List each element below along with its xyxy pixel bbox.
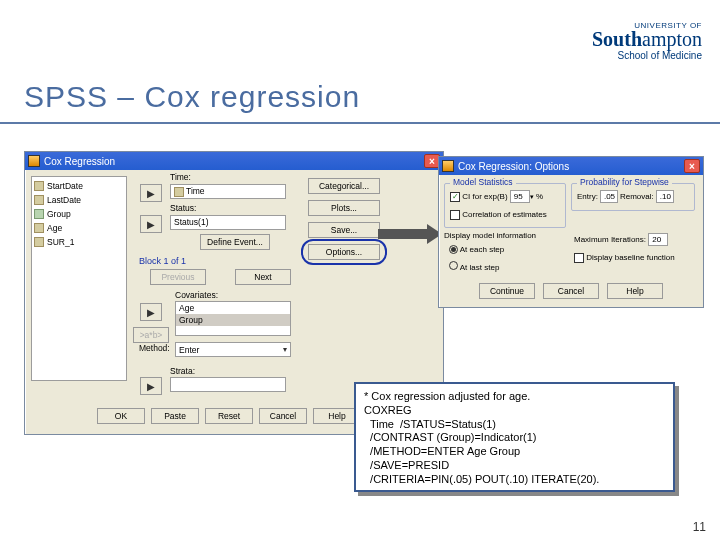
dialog-title: Cox Regression: Options [458, 161, 684, 172]
nominal-icon [34, 209, 44, 219]
arrow-icon [378, 224, 442, 244]
move-time-button[interactable]: ▶ [140, 184, 162, 202]
dialog-titlebar[interactable]: Cox Regression × [25, 152, 443, 170]
variable-list[interactable]: StartDate LastDate Group Age SUR_1 [31, 176, 127, 381]
app-icon [28, 155, 40, 167]
list-item: Group [34, 207, 124, 221]
each-step-radio[interactable]: At each step [449, 245, 504, 254]
time-field[interactable]: Time [170, 184, 286, 199]
syntax-text: * Cox regression adjusted for age. COXRE… [354, 382, 675, 492]
help-button[interactable]: Help [607, 283, 663, 299]
logo-main: Southampton [592, 30, 702, 49]
page-number: 11 [693, 520, 706, 534]
scale-icon [34, 223, 44, 233]
reset-button[interactable]: Reset [205, 408, 253, 424]
next-button[interactable]: Next [235, 269, 291, 285]
paste-button[interactable]: Paste [151, 408, 199, 424]
page-title: SPSS – Cox regression [24, 80, 360, 114]
max-iterations-input[interactable]: 20 [648, 233, 668, 246]
baseline-checkbox[interactable]: Display baseline function [574, 253, 675, 263]
move-strata-button[interactable]: ▶ [140, 377, 162, 395]
last-step-radio[interactable]: At last step [449, 261, 499, 272]
correlation-checkbox[interactable]: Correlation of estimates [450, 210, 547, 220]
status-field[interactable]: Status(1) [170, 215, 286, 230]
group-label: Probability for Stepwise [577, 177, 672, 187]
removal-input[interactable]: .10 [656, 190, 674, 203]
cancel-button[interactable]: Cancel [259, 408, 307, 424]
dialog-title: Cox Regression [44, 156, 424, 167]
chevron-down-icon: ▾ [283, 345, 287, 354]
ci-checkbox[interactable]: ✓ CI for exp(B) 95▾ % [450, 190, 543, 203]
define-event-button[interactable]: Define Event... [200, 234, 270, 250]
cancel-button[interactable]: Cancel [543, 283, 599, 299]
display-model-info-label: Display model information [444, 231, 536, 240]
entry-removal-row: Entry:.05 Removal:.10 [577, 190, 674, 203]
strata-label: Strata: [170, 366, 195, 376]
app-icon [442, 160, 454, 172]
method-select[interactable]: Enter▾ [175, 342, 291, 357]
scale-icon [174, 187, 184, 197]
title-underline [0, 122, 720, 124]
time-label: Time: [170, 172, 191, 182]
move-status-button[interactable]: ▶ [140, 215, 162, 233]
dialog-titlebar[interactable]: Cox Regression: Options × [439, 157, 703, 175]
move-covariate-button[interactable]: ▶ [140, 303, 162, 321]
close-icon[interactable]: × [684, 159, 700, 173]
probability-stepwise-group: Probability for Stepwise Entry:.05 Remov… [571, 183, 695, 211]
save-button[interactable]: Save... [308, 222, 380, 238]
interaction-button[interactable]: >a*b> [133, 327, 169, 343]
logo-sub: School of Medicine [592, 51, 702, 61]
entry-input[interactable]: .05 [600, 190, 618, 203]
block-title: Block 1 of 1 [139, 256, 186, 266]
model-statistics-group: Model Statistics ✓ CI for exp(B) 95▾ % C… [444, 183, 566, 228]
list-item: Age [176, 302, 290, 314]
categorical-button[interactable]: Categorical... [308, 178, 380, 194]
list-item: Age [34, 221, 124, 235]
scale-icon [34, 237, 44, 247]
scale-icon [34, 181, 44, 191]
list-item: SUR_1 [34, 235, 124, 249]
continue-button[interactable]: Continue [479, 283, 535, 299]
ok-button[interactable]: OK [97, 408, 145, 424]
syntax-box: * Cox regression adjusted for age. COXRE… [354, 382, 675, 492]
scale-icon [34, 195, 44, 205]
plots-button[interactable]: Plots... [308, 200, 380, 216]
list-item: Group [176, 314, 290, 326]
previous-button[interactable]: Previous [150, 269, 206, 285]
options-button[interactable]: Options... [308, 244, 380, 260]
cox-options-dialog: Cox Regression: Options × Model Statisti… [438, 156, 704, 308]
status-label: Status: [170, 203, 196, 213]
group-label: Model Statistics [450, 177, 516, 187]
method-label: Method: [139, 343, 170, 353]
covariates-list[interactable]: Age Group [175, 301, 291, 336]
list-item: StartDate [34, 179, 124, 193]
covariates-label: Covariates: [175, 290, 218, 300]
max-iterations-label: Maximum Iterations: 20 [574, 233, 668, 246]
uni-logo: UNIVERSITY OF Southampton School of Medi… [592, 22, 702, 60]
strata-field[interactable] [170, 377, 286, 392]
list-item: LastDate [34, 193, 124, 207]
